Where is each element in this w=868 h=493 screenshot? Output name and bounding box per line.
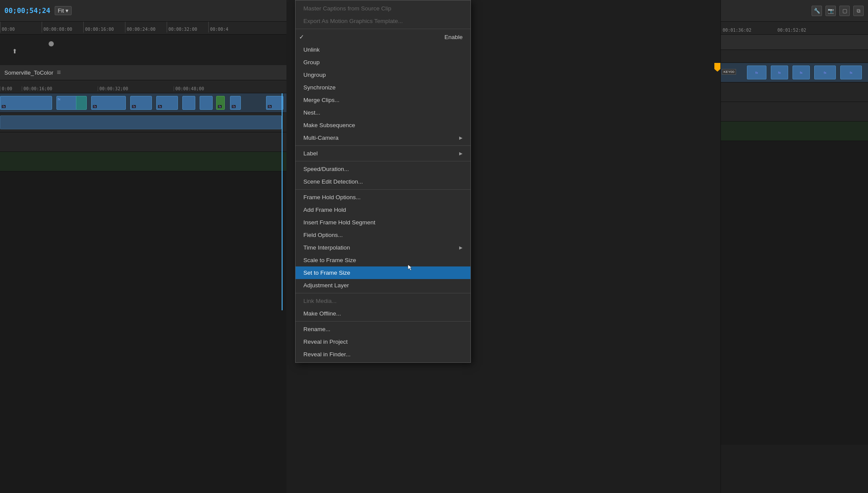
video-clip[interactable]: fx — [91, 96, 126, 110]
menu-item-label-insert-frame-hold-segment: Insert Frame Hold Segment — [303, 219, 375, 226]
top-ruler: 00:00 00:00:08:00 00:00:16:00 00:00:24:0… — [0, 22, 286, 35]
menu-item-ungroup[interactable]: Ungroup — [296, 69, 470, 81]
button-square[interactable]: ▢ — [839, 6, 850, 16]
button-wrench[interactable]: 🔧 — [812, 6, 822, 16]
menu-item-frame-hold-options[interactable]: Frame Hold Options... — [296, 191, 470, 204]
menu-item-label-add-frame-hold: Add Frame Hold — [303, 207, 346, 213]
button-camera[interactable]: 📷 — [825, 6, 836, 16]
menu-separator — [296, 161, 470, 161]
menu-icon[interactable]: ≡ — [57, 69, 61, 76]
export-icon[interactable]: ⬆ — [12, 48, 17, 55]
menu-item-nest[interactable]: Nest... — [296, 106, 470, 119]
ruler-mark: 00:00:4 — [208, 22, 250, 33]
menu-separator — [296, 29, 470, 29]
menu-item-add-frame-hold[interactable]: Add Frame Hold — [296, 204, 470, 216]
menu-item-make-offline[interactable]: Make Offline... — [296, 307, 470, 320]
video-clip[interactable]: fx — [156, 96, 178, 110]
menu-item-unlink[interactable]: Unlink — [296, 43, 470, 56]
ruler-mark: 00:00 — [0, 22, 42, 33]
menu-item-label-rename: Rename... — [303, 326, 330, 332]
menu-separator — [296, 145, 470, 146]
top-bar: 00;00;54;24 Fit ▾ — [0, 0, 286, 22]
menu-item-export-motion-graphics[interactable]: Export As Motion Graphics Template... — [296, 15, 470, 27]
menu-item-group[interactable]: Group — [296, 56, 470, 69]
menu-item-label-speed-duration: Speed/Duration... — [303, 166, 349, 172]
right-clip[interactable]: fx — [840, 66, 862, 79]
menu-item-set-to-frame-size[interactable]: Set to Frame Size — [296, 266, 470, 279]
menu-item-master-captions[interactable]: Master Captions from Source Clip — [296, 2, 470, 15]
audio-track-1 — [0, 113, 286, 132]
loop-indicator — [49, 41, 54, 46]
right-sequence-bar — [721, 35, 868, 50]
sequence-name-label: Somerville_ToColor — [4, 69, 53, 76]
right-top-bar: 🔧 📷 ▢ ⧉ — [721, 0, 868, 22]
sequence-bar: Somerville_ToColor ≡ — [0, 65, 286, 80]
menu-item-reveal-in-project[interactable]: Reveal in Project — [296, 335, 470, 348]
right-timeline-panel: 🔧 📷 ▢ ⧉ 00:01:36:02 00:01:52:02 KEY00 fx… — [720, 0, 868, 493]
menu-item-label-reveal-in-finder: Reveal in Finder... — [303, 351, 351, 358]
menu-item-enable[interactable]: Enable — [296, 30, 470, 43]
video-clip-small[interactable] — [76, 96, 87, 110]
right-video-track: KEY00 fx fx fx fx fx — [721, 63, 868, 82]
menu-item-scale-to-frame-size[interactable]: Scale to Frame Size — [296, 254, 470, 266]
ruler-mark: 00:00:08:00 — [42, 22, 83, 33]
menu-item-label[interactable]: Label — [296, 147, 470, 160]
menu-item-synchronize[interactable]: Synchronize — [296, 81, 470, 94]
menu-separator — [296, 321, 470, 322]
video-clip[interactable]: fx — [230, 96, 241, 110]
fit-dropdown[interactable]: Fit ▾ — [55, 6, 72, 15]
timecode-display: 00;00;54;24 — [4, 7, 50, 15]
sequence-ruler: 0:00 00:00:16;00 00:00:32;00 00:00:48;00 — [0, 80, 286, 93]
menu-item-adjustment-layer[interactable]: Adjustment Layer — [296, 279, 470, 292]
menu-item-label-link-media: Link Media... — [303, 298, 337, 304]
video-clip-green[interactable]: fx — [216, 96, 225, 110]
right-clip[interactable]: fx — [747, 66, 766, 79]
right-clip[interactable]: fx — [771, 66, 788, 79]
right-empty-tracks — [721, 141, 868, 445]
menu-item-label-frame-hold-options: Frame Hold Options... — [303, 194, 361, 200]
menu-item-label-export-motion-graphics: Export As Motion Graphics Template... — [303, 18, 403, 24]
menu-item-label-reveal-in-project: Reveal in Project — [303, 339, 348, 345]
video-clip[interactable] — [182, 96, 195, 110]
right-audio-track-1 — [721, 82, 868, 102]
menu-item-label-make-subsequence: Make Subsequence — [303, 122, 355, 128]
audio-clip[interactable] — [0, 115, 282, 129]
menu-item-rename[interactable]: Rename... — [296, 323, 470, 335]
menu-item-label-nest: Nest... — [303, 109, 320, 116]
menu-item-make-subsequence[interactable]: Make Subsequence — [296, 119, 470, 131]
video-clip[interactable]: fx — [130, 96, 152, 110]
menu-item-link-media[interactable]: Link Media... — [296, 295, 470, 307]
menu-item-label-enable: Enable — [444, 34, 463, 40]
menu-separator — [296, 293, 470, 293]
video-clip[interactable]: fx — [266, 96, 283, 110]
menu-item-merge-clips[interactable]: Merge Clips... — [296, 94, 470, 106]
empty-tracks — [0, 171, 286, 493]
audio-track-2 — [0, 132, 286, 152]
menu-item-label-scene-edit-detection: Scene Edit Detection... — [303, 178, 363, 185]
menu-item-label-synchronize: Synchronize — [303, 84, 335, 91]
ruler-mark: 00:00:32:00 — [167, 22, 208, 33]
video-clip[interactable]: fx — [0, 96, 52, 110]
menu-item-label-field-options: Field Options... — [303, 232, 343, 238]
audio-track-3 — [0, 152, 286, 171]
menu-item-reveal-in-finder[interactable]: Reveal in Finder... — [296, 348, 470, 361]
menu-item-label-time-interpolation: Time Interpolation — [303, 244, 350, 251]
menu-item-time-interpolation[interactable]: Time Interpolation — [296, 241, 470, 254]
menu-item-scene-edit-detection[interactable]: Scene Edit Detection... — [296, 175, 470, 188]
right-audio-track-3 — [721, 122, 868, 141]
menu-item-label-master-captions: Master Captions from Source Clip — [303, 5, 391, 12]
menu-item-label-merge-clips: Merge Clips... — [303, 97, 339, 103]
playhead-line — [282, 93, 283, 310]
menu-item-label-scale-to-frame-size: Scale to Frame Size — [303, 257, 356, 263]
button-layers[interactable]: ⧉ — [853, 6, 864, 16]
video-clip[interactable] — [200, 96, 213, 110]
menu-item-multi-camera[interactable]: Multi-Camera — [296, 131, 470, 144]
right-clip[interactable]: fx — [814, 66, 836, 79]
menu-item-field-options[interactable]: Field Options... — [296, 229, 470, 241]
right-clip[interactable]: fx — [792, 66, 810, 79]
menu-item-speed-duration[interactable]: Speed/Duration... — [296, 163, 470, 175]
right-audio-track-2 — [721, 102, 868, 122]
menu-item-insert-frame-hold-segment[interactable]: Insert Frame Hold Segment — [296, 216, 470, 229]
key-badge: KEY00 — [722, 69, 736, 75]
menu-separator — [296, 189, 470, 190]
